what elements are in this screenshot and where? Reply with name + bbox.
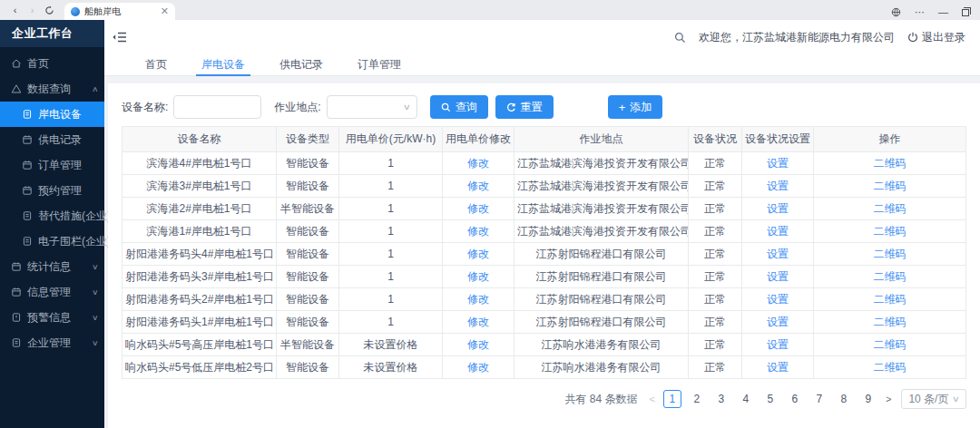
modify-link[interactable]: 修改 [467,338,489,351]
sidebar-item-预警信息[interactable]: 预警信息∨ [0,305,104,330]
page-number-9[interactable]: 9 [859,390,877,408]
cell-device-name: 滨海港4#岸电桩1号口 [122,152,277,175]
cell-device-type: 智能设备 [277,175,339,198]
page-number-4[interactable]: 4 [737,390,755,408]
page-size-select[interactable]: 10 条/页 ∨ [901,389,966,409]
table-row: 射阳港港务码头1#岸电桩1号口智能设备1修改江苏射阳锦程港口有限公司正常设置二维… [122,311,966,334]
add-button[interactable]: + 添加 [608,95,663,119]
cell-status-set: 设置 [742,266,814,288]
sidebar-subitem-替代措施(企业)[interactable]: 替代措施(企业) [0,203,104,229]
set-link[interactable]: 设置 [767,293,789,306]
reset-button[interactable]: 重置 [495,95,554,119]
cell-price: 1 [339,243,443,266]
browser-reload-icon[interactable] [42,3,57,18]
modify-link[interactable]: 修改 [467,180,489,192]
cell-device-name: 滨海港1#岸电桩1号口 [122,220,277,243]
qrcode-link[interactable]: 二维码 [874,157,906,170]
set-link[interactable]: 设置 [767,270,789,283]
cell-status: 正常 [689,334,742,356]
calendar-icon [22,185,33,196]
modify-link[interactable]: 修改 [467,157,489,170]
browser-forward-icon[interactable]: › [24,3,40,18]
sidebar-item-首页[interactable]: 首页 [0,51,104,76]
more-menu-icon[interactable]: ⋯ [915,7,925,17]
logout-button[interactable]: 退出登录 [907,30,965,45]
modify-link[interactable]: 修改 [467,202,489,215]
search-icon [441,102,451,112]
qrcode-link[interactable]: 二维码 [874,270,906,283]
main-area: 欢迎您，江苏盐城港新能源电力有限公司 退出登录 首页岸电设备供电记录订单管理 设… [104,20,980,428]
page-number-3[interactable]: 3 [712,390,730,408]
modify-link[interactable]: 修改 [467,248,489,260]
cell-status: 正常 [689,220,742,243]
cell-status: 正常 [689,152,742,175]
cell-status: 正常 [689,175,742,198]
set-link[interactable]: 设置 [767,316,789,328]
set-link[interactable]: 设置 [767,225,789,238]
modify-link[interactable]: 修改 [467,270,489,283]
tab-岸电设备[interactable]: 岸电设备 [192,54,254,75]
cell-location: 江苏响水港港务有限公司 [514,356,689,379]
pagination: 共有 84 条数据 < 123456789 > 10 条/页 ∨ [122,389,966,409]
sidebar-item-统计信息[interactable]: 统计信息∨ [0,254,104,279]
set-link[interactable]: 设置 [767,248,789,260]
page-number-5[interactable]: 5 [761,390,779,408]
tab-close-icon[interactable]: ✕ [161,6,169,16]
restore-window-icon[interactable] [962,9,969,16]
set-link[interactable]: 设置 [767,180,789,192]
sidebar-subitem-label: 预约管理 [38,183,82,199]
sidebar-item-数据查询[interactable]: 数据查询∧ [0,76,104,102]
sidebar-item-label: 数据查询 [27,82,71,97]
page-number-6[interactable]: 6 [786,390,804,408]
modify-link[interactable]: 修改 [467,293,489,306]
location-select[interactable]: ∨ [327,95,417,119]
globe-icon[interactable] [891,7,901,17]
tab-订单管理[interactable]: 订单管理 [348,54,410,75]
tab-供电记录[interactable]: 供电记录 [270,54,332,75]
qrcode-link[interactable]: 二维码 [874,316,906,328]
sidebar-subitem-预约管理[interactable]: 预约管理 [0,178,104,203]
modify-link[interactable]: 修改 [467,225,489,238]
page-number-2[interactable]: 2 [688,390,706,408]
modify-link[interactable]: 修改 [467,361,489,374]
set-link[interactable]: 设置 [767,338,789,351]
page-number-1[interactable]: 1 [663,390,681,408]
cell-status-set: 设置 [742,152,814,175]
page-number-8[interactable]: 8 [835,390,853,408]
sidebar-fold-icon[interactable] [112,31,127,44]
sidebar-item-信息管理[interactable]: 信息管理∨ [0,279,104,305]
cell-price: 1 [339,152,443,175]
sidebar-subitem-岸电设备[interactable]: 岸电设备 [0,102,104,127]
set-link[interactable]: 设置 [767,202,789,215]
set-link[interactable]: 设置 [767,157,789,170]
page-number-7[interactable]: 7 [810,390,828,408]
qrcode-link[interactable]: 二维码 [874,180,906,192]
sidebar-subitem-电子围栏(企业)[interactable]: 电子围栏(企业) [0,229,104,254]
qrcode-link[interactable]: 二维码 [874,202,906,215]
cell-price-modify: 修改 [443,266,514,288]
qrcode-link[interactable]: 二维码 [874,338,906,351]
sidebar-item-企业管理[interactable]: 企业管理∨ [0,330,104,355]
set-link[interactable]: 设置 [767,361,789,374]
qrcode-link[interactable]: 二维码 [874,248,906,260]
qrcode-link[interactable]: 二维码 [874,293,906,306]
browser-back-icon[interactable]: ‹ [7,3,23,18]
browser-tab[interactable]: 船舶岸电 ✕ [64,3,175,20]
minimize-icon[interactable]: — [938,7,948,17]
cell-device-type: 智能设备 [277,288,339,311]
next-page-icon[interactable]: > [884,394,893,404]
search-button[interactable]: 查询 [430,95,488,119]
sidebar-subitem-订单管理[interactable]: 订单管理 [0,152,104,178]
qrcode-link[interactable]: 二维码 [874,361,906,374]
sidebar-subitem-供电记录[interactable]: 供电记录 [0,127,104,152]
cell-actions: 二维码 [814,311,966,334]
search-icon[interactable] [674,32,686,44]
sidebar-menu: 首页数据查询∧岸电设备供电记录订单管理预约管理替代措施(企业)电子围栏(企业)统… [0,47,104,355]
tab-首页[interactable]: 首页 [136,54,176,75]
qrcode-link[interactable]: 二维码 [874,225,906,238]
cell-status-set: 设置 [742,356,814,379]
device-name-input[interactable] [173,95,261,119]
modify-link[interactable]: 修改 [467,316,489,328]
prev-page-icon[interactable]: < [648,394,657,404]
cell-price: 未设置价格 [339,334,443,356]
